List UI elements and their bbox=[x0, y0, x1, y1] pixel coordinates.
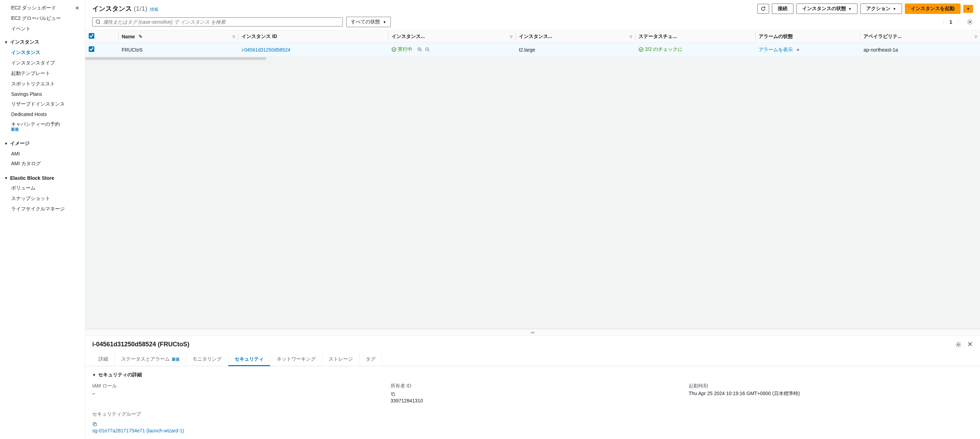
svg-line-5 bbox=[420, 51, 422, 51]
caret-down-icon: ▼ bbox=[383, 20, 386, 24]
info-link[interactable]: 情報 bbox=[150, 6, 158, 13]
sidebar-item-capacity[interactable]: キャパシティーの予約 新規 bbox=[11, 119, 80, 134]
sort-icon: ▽ bbox=[510, 35, 512, 38]
svg-line-1 bbox=[99, 23, 100, 24]
sidebar-link-dashboard[interactable]: EC2 ダッシュボード bbox=[11, 5, 56, 11]
check-circle-icon bbox=[391, 47, 396, 52]
search-box[interactable] bbox=[92, 18, 343, 27]
tab-storage[interactable]: ストレージ bbox=[322, 353, 360, 366]
status-check-badge: 2/2 のチェックに bbox=[639, 46, 682, 53]
caret-down-icon: ▼ bbox=[966, 7, 970, 11]
edit-icon: ✎ bbox=[138, 34, 143, 39]
state-filter-select[interactable]: すべての状態 ▼ bbox=[346, 17, 391, 27]
sidebar-section-instances[interactable]: ▼ インスタンス bbox=[0, 34, 85, 47]
sidebar-item-ami-catalog[interactable]: AMI カタログ bbox=[11, 158, 80, 169]
select-all-checkbox[interactable] bbox=[89, 33, 94, 39]
sidebar-item-ami[interactable]: AMI bbox=[11, 149, 80, 158]
sidebar-section-images[interactable]: ▼ イメージ bbox=[0, 136, 85, 149]
tab-security[interactable]: セキュリティ bbox=[228, 353, 270, 366]
cell-name: FRUCtoS bbox=[118, 43, 239, 57]
col-instance-id[interactable]: インスタンス ID bbox=[238, 30, 388, 43]
caret-down-icon: ▼ bbox=[848, 7, 851, 11]
svg-line-9 bbox=[428, 51, 429, 51]
drag-handle-icon[interactable]: ═ bbox=[85, 329, 980, 336]
sidebar-item-savings-plans[interactable]: Savings Plans bbox=[11, 89, 80, 99]
sidebar: EC2 ダッシュボード ✕ EC2 グローバルビュー イベント ▼ インスタンス… bbox=[0, 0, 85, 439]
next-page-icon[interactable]: 〉 bbox=[957, 19, 962, 25]
col-status-check[interactable]: ステータスチェ... bbox=[635, 30, 755, 43]
launch-instance-button[interactable]: インスタンスを起動 bbox=[905, 3, 961, 14]
sidebar-item-snapshots[interactable]: スナップショット bbox=[11, 193, 80, 204]
refresh-icon bbox=[760, 6, 766, 11]
col-checkbox bbox=[85, 30, 118, 43]
details-settings-button[interactable] bbox=[955, 341, 962, 347]
tab-monitoring[interactable]: モニタリング bbox=[186, 353, 228, 366]
empty-area bbox=[85, 60, 980, 329]
search-input[interactable] bbox=[103, 19, 340, 25]
svg-point-12 bbox=[958, 343, 959, 345]
horizontal-scrollbar[interactable] bbox=[85, 57, 980, 60]
col-az[interactable]: アベイラビリテ...▽ bbox=[860, 30, 980, 43]
security-details-section[interactable]: ▼ セキュリティの詳細 bbox=[92, 372, 973, 378]
col-name[interactable]: Name ✎▽ bbox=[118, 30, 239, 43]
gear-icon bbox=[955, 342, 962, 348]
prev-page-icon[interactable]: 〈 bbox=[940, 19, 945, 25]
row-checkbox[interactable] bbox=[89, 46, 94, 52]
col-alarm[interactable]: アラームの状態 bbox=[755, 30, 860, 43]
field-launch-time: 起動時刻 Thu Apr 25 2024 10:19:16 GMT+0900 (… bbox=[689, 383, 973, 403]
table-row[interactable]: FRUCtoS i-04561d31250d58524 実行中 t2.large bbox=[85, 43, 980, 57]
filter-row: すべての状態 ▼ 〈 1 〉 bbox=[85, 17, 980, 30]
copy-icon[interactable] bbox=[92, 421, 97, 426]
tab-status-alarms[interactable]: ステータスとアラーム 新規 bbox=[115, 353, 186, 366]
sidebar-item-instances[interactable]: インスタンス bbox=[11, 47, 80, 58]
refresh-button[interactable] bbox=[757, 4, 769, 14]
page-title: インスタンス (1/1) bbox=[92, 4, 147, 13]
tab-tags[interactable]: タグ bbox=[360, 353, 382, 366]
gear-icon bbox=[967, 19, 973, 25]
page-header: インスタンス (1/1) 情報 接続 インスタンスの状態 ▼ アクション ▼ イ… bbox=[85, 0, 980, 17]
sidebar-item-spot-requests[interactable]: スポットリクエスト bbox=[11, 79, 80, 89]
actions-button[interactable]: アクション ▼ bbox=[860, 3, 902, 14]
launch-instance-dropdown[interactable]: ▼ bbox=[963, 5, 973, 13]
tab-details[interactable]: 詳細 bbox=[92, 353, 115, 366]
sidebar-item-reserved[interactable]: リザーブドインスタンス bbox=[11, 99, 80, 109]
pagination: 〈 1 〉 bbox=[940, 19, 973, 25]
sidebar-link-events[interactable]: イベント bbox=[11, 26, 30, 32]
sidebar-link-globalview[interactable]: EC2 グローバルビュー bbox=[11, 15, 61, 22]
zoom-in-icon[interactable] bbox=[417, 47, 422, 52]
details-close-button[interactable]: ✕ bbox=[967, 340, 973, 348]
sidebar-section-ebs[interactable]: ▼ Elastic Block Store bbox=[0, 170, 85, 183]
zoom-out-icon[interactable] bbox=[425, 47, 430, 52]
security-group-link[interactable]: sg-01e77a28171754e71 (launch-wizard-1) bbox=[92, 428, 184, 433]
caret-down-icon: ▼ bbox=[4, 176, 8, 180]
sidebar-item-dedicated-hosts[interactable]: Dedicated Hosts bbox=[11, 109, 80, 119]
svg-point-2 bbox=[969, 21, 971, 23]
sort-icon: ▽ bbox=[232, 35, 235, 38]
close-icon[interactable]: ✕ bbox=[75, 6, 80, 10]
cell-instance-id[interactable]: i-04561d31250d58524 bbox=[242, 47, 290, 53]
settings-button[interactable] bbox=[967, 19, 973, 25]
cell-alarm-link[interactable]: アラームを表示 bbox=[759, 47, 793, 52]
scrollbar-thumb[interactable] bbox=[85, 57, 266, 60]
instance-state-button[interactable]: インスタンスの状態 ▼ bbox=[796, 3, 858, 14]
col-state[interactable]: インスタンス...▽ bbox=[388, 30, 515, 43]
svg-point-0 bbox=[96, 20, 100, 23]
sidebar-item-lifecycle[interactable]: ライフサイクルマネージ bbox=[11, 204, 80, 214]
search-icon bbox=[95, 19, 101, 25]
connect-button[interactable]: 接続 bbox=[772, 3, 794, 14]
copy-icon[interactable] bbox=[390, 391, 395, 396]
svg-rect-14 bbox=[392, 393, 395, 396]
cell-type: t2.large bbox=[515, 43, 635, 57]
details-title: i-04561d31250d58524 (FRUCtoS) bbox=[92, 341, 189, 348]
sidebar-item-instance-types[interactable]: インスタンスタイプ bbox=[11, 58, 80, 68]
sidebar-item-launch-templates[interactable]: 起動テンプレート bbox=[11, 68, 80, 79]
svg-rect-16 bbox=[94, 423, 96, 426]
field-security-groups: セキュリティグループ sg-01e77a28171754e71 (launch-… bbox=[92, 411, 973, 433]
sidebar-item-volumes[interactable]: ボリューム bbox=[11, 183, 80, 193]
plus-icon[interactable]: ＋ bbox=[795, 47, 800, 52]
cell-az: ap-northeast-1a bbox=[860, 43, 980, 57]
tab-networking[interactable]: ネットワーキング bbox=[270, 353, 322, 366]
col-type[interactable]: インスタンス...▽ bbox=[515, 30, 635, 43]
field-owner-id: 所有者 ID 339712841310 bbox=[390, 383, 675, 403]
caret-down-icon: ▼ bbox=[92, 373, 96, 377]
